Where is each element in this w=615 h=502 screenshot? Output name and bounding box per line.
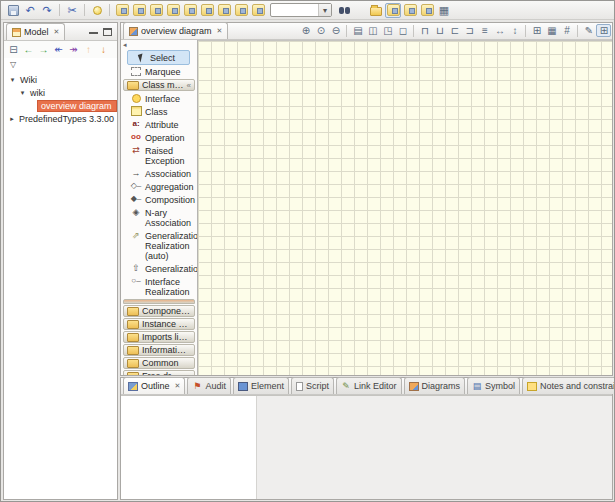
same-height-icon[interactable]: ↕ <box>507 24 522 37</box>
new-element-icon-7[interactable] <box>216 3 232 18</box>
undo-icon[interactable]: ↶ <box>22 3 38 18</box>
tool-composition[interactable]: Composition <box>123 193 195 206</box>
expander-icon[interactable]: ▸ <box>8 115 16 123</box>
pin-open-icon[interactable]: « <box>187 81 191 90</box>
page-columns-icon[interactable]: ▥ <box>611 24 615 37</box>
close-icon[interactable]: ✕ <box>54 28 60 36</box>
align-top-icon[interactable]: ⊓ <box>417 24 432 37</box>
export-image-icon[interactable]: ◳ <box>380 24 395 37</box>
align-bottom-icon[interactable]: ⊔ <box>432 24 447 37</box>
drawer-instance-model[interactable]: Instance model <box>123 318 195 330</box>
next-element-icon[interactable]: ↠ <box>66 43 81 57</box>
tab-element[interactable]: Element <box>233 377 289 394</box>
new-element-icon-5 <box>184 4 197 16</box>
show-grid-icon[interactable]: ⊞ <box>529 24 544 37</box>
drawer-information-flow[interactable]: Information Flo... <box>123 344 195 356</box>
close-icon[interactable]: ✕ <box>217 27 223 35</box>
tree-item[interactable]: ▾wiki <box>4 86 117 99</box>
search-binoculars-icon[interactable] <box>336 3 352 18</box>
link-with-model-icon[interactable] <box>385 3 401 18</box>
tab-notes-and-constraints[interactable]: Notes and constraints <box>522 377 615 394</box>
move-down-icon[interactable]: ↓ <box>96 43 111 57</box>
new-element-icon-1[interactable] <box>114 3 130 18</box>
tree-item[interactable]: ▸PredefinedTypes 3.3.00 <box>4 112 117 125</box>
close-icon[interactable]: ✕ <box>175 382 181 390</box>
tab-audit[interactable]: Audit <box>187 377 231 394</box>
tool-class[interactable]: Class <box>123 105 195 118</box>
drawer-common[interactable]: Common <box>123 357 195 369</box>
tab-diagrams[interactable]: Diagrams <box>404 377 466 394</box>
outline-thumbnail[interactable] <box>121 396 257 499</box>
tool-aggregation[interactable]: Aggregation <box>123 180 195 193</box>
previous-element-icon[interactable]: ↞ <box>51 43 66 57</box>
tab-model[interactable]: Model ✕ <box>6 23 65 40</box>
view-menu-icon[interactable]: ▽ <box>10 60 16 69</box>
forward-icon[interactable]: → <box>36 43 51 57</box>
maximize-icon[interactable] <box>103 28 112 36</box>
show-hierarchy-icon[interactable] <box>419 3 435 18</box>
align-left-icon[interactable]: ⊏ <box>447 24 462 37</box>
snap-to-grid-icon[interactable]: ⊞ <box>596 24 611 37</box>
minimize-icon[interactable] <box>89 31 98 34</box>
zoom-in-icon[interactable]: ⊕ <box>298 24 313 37</box>
hash-grid-icon[interactable]: # <box>559 24 574 37</box>
tool-generalization-realization-auto[interactable]: Generalizatio... Realization (auto) <box>123 229 195 262</box>
new-element-icon-5[interactable] <box>182 3 198 18</box>
select-tool[interactable]: Select <box>127 50 190 65</box>
expander-icon[interactable]: ▾ <box>8 76 17 84</box>
drawer-partially-scrolled[interactable] <box>123 299 195 304</box>
drawer-free-drawing[interactable]: Free drawing« <box>123 370 195 375</box>
drawer-class-model[interactable]: Class model« <box>123 79 195 91</box>
new-element-icon-3[interactable] <box>148 3 164 18</box>
tab-outline[interactable]: Outline✕ <box>123 377 185 394</box>
tool-interface[interactable]: Interface <box>123 92 195 105</box>
align-right-icon[interactable]: ⊐ <box>462 24 477 37</box>
new-element-icon-4[interactable] <box>165 3 181 18</box>
drawer-imports-links[interactable]: Imports links <box>123 331 195 343</box>
cut-scissors-icon[interactable]: ✂ <box>64 3 80 18</box>
tab-link-editor[interactable]: Link Editor <box>336 377 402 394</box>
lightbulb-icon[interactable] <box>89 3 105 18</box>
collapse-all-icon[interactable]: ⊟ <box>6 43 21 57</box>
show-page-bounds-icon[interactable]: ▦ <box>544 24 559 37</box>
tab-overview-diagram[interactable]: overview diagram ✕ <box>123 22 228 39</box>
same-width-icon[interactable]: ↔ <box>492 24 507 37</box>
pin-open-icon[interactable]: « <box>187 372 191 376</box>
tool-raised-exception[interactable]: Raised Exception <box>123 144 195 167</box>
move-up-icon[interactable]: ↑ <box>81 43 96 57</box>
marquee-tool[interactable]: Marquee <box>123 65 195 78</box>
chevron-down-icon[interactable]: ▾ <box>318 4 331 16</box>
drawer-component-model[interactable]: Component mo... <box>123 305 195 317</box>
new-element-icon-6[interactable] <box>199 3 215 18</box>
show-properties-icon[interactable] <box>402 3 418 18</box>
tab-script[interactable]: Script <box>291 377 334 394</box>
zoom-original-icon[interactable]: ⊙ <box>313 24 328 37</box>
tree-item[interactable]: ▾Wiki <box>4 73 117 86</box>
save-icon[interactable] <box>5 3 21 18</box>
expander-icon[interactable]: ▾ <box>18 89 27 97</box>
palette-collapse-icon[interactable]: ◂ <box>123 41 127 49</box>
zoom-out-icon[interactable]: ⊖ <box>328 24 343 37</box>
tree-item[interactable]: overview diagram <box>4 99 117 112</box>
search-combo[interactable]: ▾ <box>270 3 332 17</box>
diagram-canvas[interactable] <box>198 40 612 375</box>
tool-nary-association[interactable]: N-ary Association <box>123 206 195 229</box>
tool-association[interactable]: Association <box>123 167 195 180</box>
new-element-icon-8[interactable] <box>233 3 249 18</box>
distribute-icon[interactable]: ≡ <box>477 24 492 37</box>
print-icon[interactable]: ▤ <box>350 24 365 37</box>
pencil-icon[interactable]: ✎ <box>581 24 596 37</box>
tool-generalization[interactable]: Generalization <box>123 262 195 275</box>
tool-interface-realization[interactable]: Interface Realization <box>123 275 195 298</box>
tool-operation[interactable]: Operation <box>123 131 195 144</box>
save-diagram-icon[interactable]: ◫ <box>365 24 380 37</box>
tool-attribute[interactable]: Attribute <box>123 118 195 131</box>
new-element-icon-2[interactable] <box>131 3 147 18</box>
new-element-icon-9[interactable] <box>250 3 266 18</box>
open-folder-icon[interactable] <box>368 3 384 18</box>
fit-to-window-icon[interactable]: ◻ <box>395 24 410 37</box>
back-icon[interactable]: ← <box>21 43 36 57</box>
table-view-icon[interactable]: ▦ <box>436 3 452 18</box>
redo-icon[interactable]: ↷ <box>39 3 55 18</box>
tab-symbol[interactable]: Symbol <box>467 377 520 394</box>
